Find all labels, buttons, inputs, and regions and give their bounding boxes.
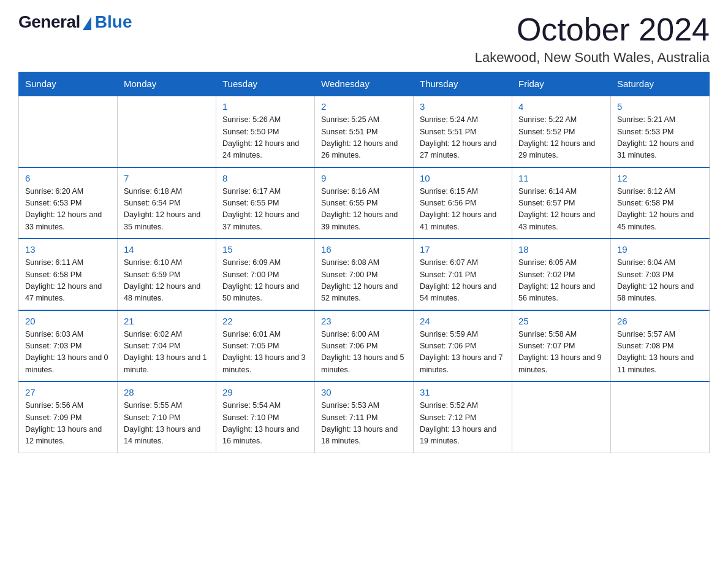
day-info: Sunrise: 6:20 AM Sunset: 6:53 PM Dayligh… [25,186,111,234]
day-number: 28 [124,387,210,397]
calendar-cell: 26Sunrise: 5:57 AM Sunset: 7:08 PM Dayli… [611,310,710,382]
calendar-cell: 9Sunrise: 6:16 AM Sunset: 6:55 PM Daylig… [315,167,414,239]
calendar-cell: 13Sunrise: 6:11 AM Sunset: 6:58 PM Dayli… [19,239,118,310]
header-tuesday: Tuesday [216,72,315,96]
day-info: Sunrise: 6:09 AM Sunset: 7:00 PM Dayligh… [222,257,308,305]
day-info: Sunrise: 5:52 AM Sunset: 7:12 PM Dayligh… [420,400,506,448]
day-number: 20 [25,316,111,326]
logo: General Blue [18,12,132,32]
calendar-cell: 7Sunrise: 6:18 AM Sunset: 6:54 PM Daylig… [118,167,216,239]
calendar-cell: 29Sunrise: 5:54 AM Sunset: 7:10 PM Dayli… [216,381,315,453]
day-info: Sunrise: 6:08 AM Sunset: 7:00 PM Dayligh… [321,257,407,305]
day-number: 26 [617,316,703,326]
header-row: SundayMondayTuesdayWednesdayThursdayFrid… [19,72,710,96]
calendar-cell: 28Sunrise: 5:55 AM Sunset: 7:10 PM Dayli… [118,381,216,453]
day-number: 3 [420,101,506,112]
calendar-cell: 14Sunrise: 6:10 AM Sunset: 6:59 PM Dayli… [118,239,216,310]
day-info: Sunrise: 6:00 AM Sunset: 7:06 PM Dayligh… [321,329,407,377]
logo-area: General Blue [18,12,132,32]
day-number: 24 [420,316,506,326]
calendar-cell [118,96,216,167]
calendar-cell: 4Sunrise: 5:22 AM Sunset: 5:52 PM Daylig… [512,96,611,167]
header-friday: Friday [512,72,611,96]
day-number: 14 [124,244,210,255]
day-info: Sunrise: 6:15 AM Sunset: 6:56 PM Dayligh… [420,186,506,234]
day-number: 23 [321,316,407,326]
day-number: 2 [321,101,407,112]
day-number: 22 [222,316,308,326]
day-info: Sunrise: 5:56 AM Sunset: 7:09 PM Dayligh… [25,400,111,448]
calendar-cell: 20Sunrise: 6:03 AM Sunset: 7:03 PM Dayli… [19,310,118,382]
day-info: Sunrise: 5:58 AM Sunset: 7:07 PM Dayligh… [518,329,604,377]
week-row-5: 27Sunrise: 5:56 AM Sunset: 7:09 PM Dayli… [19,381,710,453]
calendar-cell: 25Sunrise: 5:58 AM Sunset: 7:07 PM Dayli… [512,310,611,382]
week-row-1: 1Sunrise: 5:26 AM Sunset: 5:50 PM Daylig… [19,96,710,167]
day-info: Sunrise: 5:54 AM Sunset: 7:10 PM Dayligh… [222,400,308,448]
calendar-cell: 12Sunrise: 6:12 AM Sunset: 6:58 PM Dayli… [611,167,710,239]
day-number: 11 [518,173,604,183]
logo-blue-text: Blue [95,12,132,32]
day-number: 29 [222,387,308,397]
calendar-cell: 23Sunrise: 6:00 AM Sunset: 7:06 PM Dayli… [315,310,414,382]
calendar-cell: 5Sunrise: 5:21 AM Sunset: 5:53 PM Daylig… [611,96,710,167]
calendar-cell: 3Sunrise: 5:24 AM Sunset: 5:51 PM Daylig… [414,96,512,167]
day-info: Sunrise: 5:24 AM Sunset: 5:51 PM Dayligh… [420,114,506,162]
day-info: Sunrise: 6:18 AM Sunset: 6:54 PM Dayligh… [124,186,210,234]
location-title: Lakewood, New South Wales, Australia [475,50,710,66]
day-info: Sunrise: 6:10 AM Sunset: 6:59 PM Dayligh… [124,257,210,305]
day-number: 5 [617,101,703,112]
day-info: Sunrise: 5:53 AM Sunset: 7:11 PM Dayligh… [321,400,407,448]
day-number: 31 [420,387,506,397]
day-info: Sunrise: 5:22 AM Sunset: 5:52 PM Dayligh… [518,114,604,162]
day-number: 30 [321,387,407,397]
day-info: Sunrise: 6:02 AM Sunset: 7:04 PM Dayligh… [124,329,210,377]
calendar-cell: 22Sunrise: 6:01 AM Sunset: 7:05 PM Dayli… [216,310,315,382]
day-number: 8 [222,173,308,183]
day-number: 6 [25,173,111,183]
day-info: Sunrise: 5:57 AM Sunset: 7:08 PM Dayligh… [617,329,703,377]
header-wednesday: Wednesday [315,72,414,96]
day-info: Sunrise: 6:11 AM Sunset: 6:58 PM Dayligh… [25,257,111,305]
day-number: 12 [617,173,703,183]
header-saturday: Saturday [611,72,710,96]
calendar-cell [19,96,118,167]
calendar-cell: 15Sunrise: 6:09 AM Sunset: 7:00 PM Dayli… [216,239,315,310]
week-row-2: 6Sunrise: 6:20 AM Sunset: 6:53 PM Daylig… [19,167,710,239]
day-number: 13 [25,244,111,255]
header-sunday: Sunday [19,72,118,96]
day-info: Sunrise: 6:01 AM Sunset: 7:05 PM Dayligh… [222,329,308,377]
day-info: Sunrise: 6:16 AM Sunset: 6:55 PM Dayligh… [321,186,407,234]
calendar-cell: 2Sunrise: 5:25 AM Sunset: 5:51 PM Daylig… [315,96,414,167]
day-info: Sunrise: 6:07 AM Sunset: 7:01 PM Dayligh… [420,257,506,305]
day-number: 16 [321,244,407,255]
calendar-cell: 16Sunrise: 6:08 AM Sunset: 7:00 PM Dayli… [315,239,414,310]
calendar-cell: 6Sunrise: 6:20 AM Sunset: 6:53 PM Daylig… [19,167,118,239]
day-number: 10 [420,173,506,183]
title-area: October 2024 Lakewood, New South Wales, … [475,12,710,66]
day-number: 17 [420,244,506,255]
day-info: Sunrise: 6:14 AM Sunset: 6:57 PM Dayligh… [518,186,604,234]
day-number: 18 [518,244,604,255]
calendar-cell: 24Sunrise: 5:59 AM Sunset: 7:06 PM Dayli… [414,310,512,382]
calendar-table: SundayMondayTuesdayWednesdayThursdayFrid… [18,72,710,453]
day-number: 4 [518,101,604,112]
logo-general-text: General [18,12,80,32]
day-info: Sunrise: 6:12 AM Sunset: 6:58 PM Dayligh… [617,186,703,234]
day-number: 1 [222,101,308,112]
logo-triangle-icon [83,17,91,30]
day-info: Sunrise: 5:25 AM Sunset: 5:51 PM Dayligh… [321,114,407,162]
day-info: Sunrise: 6:04 AM Sunset: 7:03 PM Dayligh… [617,257,703,305]
calendar-cell: 31Sunrise: 5:52 AM Sunset: 7:12 PM Dayli… [414,381,512,453]
week-row-4: 20Sunrise: 6:03 AM Sunset: 7:03 PM Dayli… [19,310,710,382]
day-number: 21 [124,316,210,326]
calendar-cell [512,381,611,453]
calendar-cell: 1Sunrise: 5:26 AM Sunset: 5:50 PM Daylig… [216,96,315,167]
calendar-cell: 21Sunrise: 6:02 AM Sunset: 7:04 PM Dayli… [118,310,216,382]
day-info: Sunrise: 5:21 AM Sunset: 5:53 PM Dayligh… [617,114,703,162]
header-thursday: Thursday [414,72,512,96]
day-number: 19 [617,244,703,255]
calendar-cell [611,381,710,453]
day-info: Sunrise: 6:03 AM Sunset: 7:03 PM Dayligh… [25,329,111,377]
month-title: October 2024 [475,12,710,47]
day-info: Sunrise: 5:26 AM Sunset: 5:50 PM Dayligh… [222,114,308,162]
